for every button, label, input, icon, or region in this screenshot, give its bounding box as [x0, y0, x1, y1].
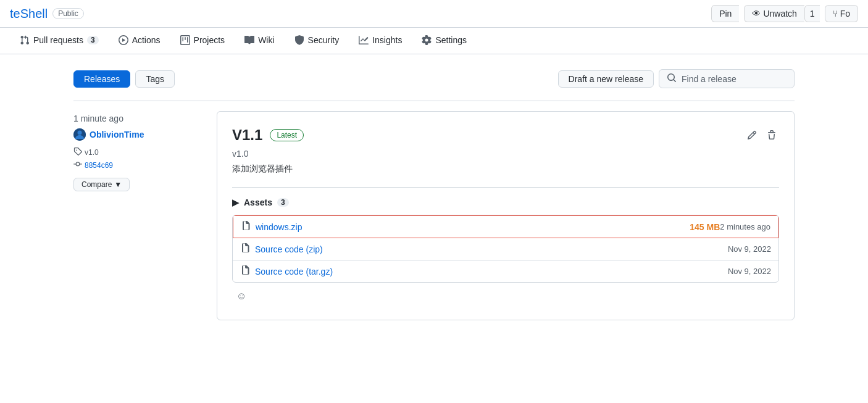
fork-button[interactable]: ⑂ Fo [825, 5, 858, 22]
commit-icon [73, 160, 82, 170]
nav-item-pull-requests[interactable]: Pull requests 3 [10, 28, 109, 54]
source-targz-icon [240, 265, 250, 277]
nav-label-insights: Insights [372, 35, 402, 45]
release-title-row: V1.1 Latest [232, 127, 779, 144]
svg-point-1 [78, 131, 82, 135]
fork-label: Fo [840, 9, 850, 19]
security-icon [294, 35, 304, 45]
assets-header[interactable]: ▶ Assets 3 [232, 197, 779, 207]
nav-item-wiki[interactable]: Wiki [235, 28, 284, 54]
releases-header-right: Draft a new release [558, 69, 795, 88]
search-icon [667, 73, 677, 85]
author-name[interactable]: OblivionTime [90, 130, 144, 139]
source-zip-icon [240, 243, 250, 255]
assets-label: Assets [244, 197, 272, 207]
author-avatar [73, 128, 86, 141]
release-title: V1.1 Latest [232, 127, 304, 144]
settings-icon [422, 35, 432, 45]
release-card: V1.1 Latest v1.0 添加浏览器插件 ▶ Assets [217, 111, 795, 320]
source-zip-link[interactable]: Source code (zip) [255, 244, 728, 254]
wiki-icon [244, 35, 254, 45]
release-sidebar: 1 minute ago OblivionTime v1.0 [73, 111, 197, 320]
actions-icon [119, 35, 128, 45]
nav-label-actions: Actions [132, 35, 161, 45]
nav-item-projects[interactable]: Projects [170, 28, 235, 54]
asset-row-source-targz: Source code (tar.gz) Nov 9, 2022 [233, 260, 778, 282]
edit-release-button[interactable] [745, 128, 759, 143]
releases-tab[interactable]: Releases [73, 70, 130, 88]
tag-icon [73, 147, 82, 157]
release-author-row: OblivionTime [73, 128, 197, 141]
release-layout: 1 minute ago OblivionTime v1.0 [73, 111, 795, 320]
asset-row-source-zip: Source code (zip) Nov 9, 2022 [233, 238, 778, 260]
release-action-icons [745, 128, 779, 143]
compare-button[interactable]: Compare ▼ [73, 178, 130, 191]
chevron-down-icon: ▼ [114, 180, 122, 189]
assets-count-badge: 3 [277, 198, 289, 207]
pin-btn-group: Pin [711, 5, 739, 22]
unwatch-button[interactable]: 👁 Unwatch [744, 5, 804, 22]
pin-button[interactable]: Pin [711, 5, 739, 22]
unwatch-count[interactable]: 1 [804, 5, 820, 22]
unwatch-label: Unwatch [763, 9, 796, 19]
nav-item-insights[interactable]: Insights [349, 28, 412, 54]
header-actions: Pin 👁 Unwatch 1 ⑂ Fo [711, 5, 858, 22]
unwatch-btn-group: 👁 Unwatch 1 [744, 5, 819, 22]
releases-header: Releases Tags Draft a new release [73, 69, 795, 88]
release-divider [232, 187, 779, 188]
nav-label-pull-requests: Pull requests [33, 35, 83, 45]
smiley-icon: ☺ [236, 291, 246, 301]
eye-icon: 👁 [752, 9, 761, 19]
tag-meta: v1.0 [73, 147, 197, 157]
commit-meta: 8854c69 [73, 160, 197, 170]
repo-name-bar: teShell Public Pin 👁 Unwatch 1 ⑂ Fo [0, 0, 868, 28]
header-divider [73, 101, 795, 101]
pr-badge: 3 [87, 36, 99, 44]
pr-icon [20, 35, 30, 45]
nav-label-security: Security [308, 35, 340, 45]
assets-list: windows.zip 145 MB 2 minutes ago Source … [232, 215, 779, 283]
search-release-box [659, 69, 795, 88]
asset-row-windows-zip: windows.zip 145 MB 2 minutes ago [233, 215, 778, 238]
latest-badge: Latest [270, 129, 304, 141]
projects-icon [180, 35, 190, 45]
insights-icon [359, 35, 369, 45]
nav-label-wiki: Wiki [258, 35, 274, 45]
source-targz-link[interactable]: Source code (tar.gz) [255, 267, 728, 276]
release-version[interactable]: V1.1 [232, 127, 262, 144]
source-zip-date: Nov 9, 2022 [728, 244, 771, 254]
windows-zip-link[interactable]: windows.zip [256, 222, 677, 232]
visibility-badge: Public [52, 8, 84, 19]
triangle-icon: ▶ [232, 197, 239, 207]
commit-value[interactable]: 8854c69 [85, 161, 113, 170]
draft-release-button[interactable]: Draft a new release [558, 70, 654, 88]
zip-icon [241, 221, 251, 233]
fork-icon: ⑂ [833, 9, 838, 19]
page-content: Releases Tags Draft a new release 1 minu… [64, 54, 804, 335]
repo-nav: Pull requests 3 Actions Projects Wiki Se… [0, 28, 868, 54]
nav-label-settings: Settings [435, 35, 467, 45]
search-release-input[interactable] [682, 74, 787, 84]
windows-zip-date: 2 minutes ago [720, 222, 770, 231]
windows-zip-size: 145 MB [690, 222, 720, 232]
release-tag-line: v1.0 [232, 149, 779, 159]
nav-item-security[interactable]: Security [285, 28, 349, 54]
emoji-reaction-button[interactable]: ☺ [232, 288, 251, 305]
source-targz-date: Nov 9, 2022 [728, 267, 771, 276]
delete-release-button[interactable] [764, 128, 779, 143]
nav-item-actions[interactable]: Actions [109, 28, 170, 54]
nav-item-settings[interactable]: Settings [412, 28, 477, 54]
repo-name[interactable]: teShell [10, 7, 48, 21]
nav-label-projects: Projects [194, 35, 225, 45]
release-description: 添加浏览器插件 [232, 164, 779, 175]
release-time: 1 minute ago [73, 114, 197, 123]
tags-tab[interactable]: Tags [135, 70, 175, 88]
tag-value: v1.0 [85, 148, 99, 157]
compare-label: Compare [81, 180, 112, 189]
